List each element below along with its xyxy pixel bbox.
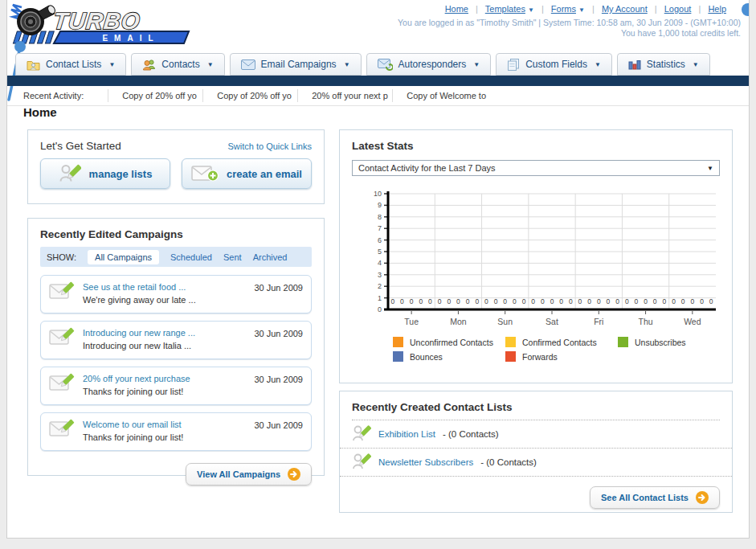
svg-text:Thu: Thu	[639, 317, 653, 326]
chart-legend: Unconfirmed ContactsConfirmed ContactsUn…	[393, 337, 734, 366]
arrow-right-icon	[696, 491, 709, 504]
recent-activity-item[interactable]: 20% off your next p	[297, 89, 392, 102]
legend-item: Unsubscribes	[618, 337, 730, 347]
filter-archived[interactable]: Archived	[253, 252, 288, 262]
svg-text:0: 0	[644, 297, 648, 305]
legend-swatch-icon	[505, 337, 516, 347]
svg-text:0: 0	[690, 297, 694, 305]
top-link-help[interactable]: Help	[708, 4, 726, 14]
campaign-row[interactable]: See us at the retail food ...We're givin…	[40, 275, 312, 313]
separator: |	[655, 4, 657, 14]
contact-list-row[interactable]: Newsletter Subscribers - (0 Contacts)	[340, 449, 732, 477]
campaign-title-link[interactable]: 20% off your next purchase	[83, 373, 190, 386]
svg-text:0: 0	[513, 297, 517, 305]
svg-text:0: 0	[709, 297, 713, 305]
campaign-subtitle: Thanks for joining our list!	[83, 432, 183, 445]
recent-activity-item[interactable]: Copy of 20% off yo	[202, 89, 297, 102]
campaign-subtitle: We're giving away our late ...	[83, 294, 196, 307]
chevron-down-icon: ▼	[693, 61, 699, 68]
svg-text:0: 0	[541, 297, 545, 305]
svg-text:Wed: Wed	[684, 317, 701, 326]
svg-text:2: 2	[378, 282, 382, 290]
top-link-forms[interactable]: Forms	[551, 4, 576, 14]
campaign-row[interactable]: 20% off your next purchaseThanks for joi…	[40, 367, 312, 405]
campaign-title-link[interactable]: Welcome to our email list	[83, 419, 183, 432]
contact-list-link[interactable]: Newsletter Subscribers	[378, 457, 473, 467]
svg-text:Tue: Tue	[404, 317, 419, 326]
page-title: Home	[23, 105, 57, 119]
top-link-templates[interactable]: Templates	[485, 4, 525, 14]
svg-text:0: 0	[663, 297, 667, 305]
legend-swatch-icon	[505, 351, 516, 362]
campaign-row[interactable]: Introducing our new range ...Introducing…	[40, 321, 312, 359]
list-edit-icon	[352, 424, 371, 444]
svg-text:5: 5	[378, 248, 382, 256]
credits-text: You have 1,000 total credits left.	[621, 28, 741, 38]
tab-label: Contact Lists	[46, 59, 101, 70]
arrow-right-icon	[288, 468, 300, 481]
campaign-date: 30 Jun 2009	[254, 373, 303, 384]
filter-sent[interactable]: Sent	[223, 252, 242, 262]
tab-contact-lists[interactable]: Contact Lists▼	[15, 53, 126, 76]
campaign-title-link[interactable]: Introducing our new range ...	[83, 327, 195, 340]
custom-fields-icon	[507, 59, 520, 71]
email-campaigns-icon	[241, 59, 255, 70]
list-edit-icon	[352, 453, 371, 472]
create-email-button[interactable]: create an email	[182, 158, 312, 189]
manage-lists-icon	[59, 163, 81, 184]
switch-quick-links-link[interactable]: Switch to Quick Links	[227, 141, 312, 151]
contact-lists-panel: Recently Created Contact Lists Exhibitio…	[339, 391, 733, 513]
top-link-my-account[interactable]: My Account	[602, 4, 648, 14]
contact-list-link[interactable]: Exhibition List	[378, 429, 435, 439]
see-all-contact-lists-button[interactable]: See All Contact Lists	[590, 486, 720, 509]
svg-text:4: 4	[378, 259, 382, 267]
campaign-row[interactable]: Welcome to our email listThanks for join…	[40, 412, 312, 451]
tab-autoresponders[interactable]: Autoresponders▼	[366, 53, 492, 76]
filter-all-campaigns[interactable]: All Campaigns	[88, 250, 159, 264]
separator: |	[476, 4, 478, 14]
latest-stats-panel: Latest Stats Contact Activity for the La…	[339, 129, 733, 383]
filter-scheduled[interactable]: Scheduled	[170, 252, 212, 262]
view-all-campaigns-button[interactable]: View All Campaigns	[186, 463, 312, 485]
campaign-edit-icon	[49, 327, 75, 349]
tab-email-campaigns[interactable]: Email Campaigns▼	[230, 53, 362, 76]
logo-title-text: TURBO	[52, 8, 141, 34]
campaign-title-link[interactable]: See us at the retail food ...	[83, 281, 196, 294]
tab-contacts[interactable]: Contacts▼	[131, 53, 224, 76]
svg-text:0: 0	[438, 297, 442, 305]
recent-activity-item[interactable]: Copy of 20% off yo	[108, 89, 202, 102]
svg-text:0: 0	[615, 297, 619, 305]
campaign-edit-icon	[49, 281, 75, 303]
stats-chart: 01234567891000000Tue00000Mon00000Sun0000…	[364, 187, 732, 335]
tab-statistics[interactable]: Statistics▼	[617, 53, 710, 76]
legend-label: Confirmed Contacts	[522, 338, 597, 347]
svg-text:1: 1	[378, 294, 382, 302]
svg-text:0: 0	[378, 305, 382, 313]
svg-text:0: 0	[578, 297, 582, 305]
manage-lists-button[interactable]: manage lists	[40, 158, 170, 189]
recent-activity-item[interactable]: Copy of Welcome to	[392, 89, 487, 102]
top-link-logout[interactable]: Logout	[664, 4, 692, 14]
svg-text:0: 0	[681, 297, 685, 305]
logo-subtitle-text: EMAIL	[102, 34, 159, 43]
login-status-text: You are logged in as "Timothy Smith" | S…	[398, 18, 741, 27]
svg-text:0: 0	[447, 297, 451, 305]
view-all-campaigns-label: View All Campaigns	[197, 469, 280, 479]
campaigns-panel-title: Recently Edited Campaigns	[28, 219, 324, 247]
campaign-filter-bar: SHOW: All Campaigns Scheduled Sent Archi…	[40, 247, 312, 267]
top-link-home[interactable]: Home	[445, 4, 468, 14]
svg-text:Sun: Sun	[497, 317, 513, 326]
recent-activity-label: Recent Activity:	[23, 91, 84, 100]
contact-list-row[interactable]: Exhibition List - (0 Contacts)	[340, 420, 732, 449]
tab-custom-fields[interactable]: Custom Fields▼	[496, 53, 612, 76]
separator: |	[698, 4, 701, 14]
svg-text:0: 0	[503, 297, 507, 305]
blue-circle-decoration	[742, 3, 750, 16]
get-started-title: Let's Get Started	[40, 140, 121, 152]
tab-label: Custom Fields	[525, 59, 587, 70]
svg-text:10: 10	[374, 190, 382, 198]
svg-text:0: 0	[653, 297, 657, 305]
campaign-date: 30 Jun 2009	[254, 327, 303, 338]
stats-period-select[interactable]: Contact Activity for the Last 7 Days ▼	[352, 160, 720, 176]
legend-swatch-icon	[393, 351, 403, 362]
